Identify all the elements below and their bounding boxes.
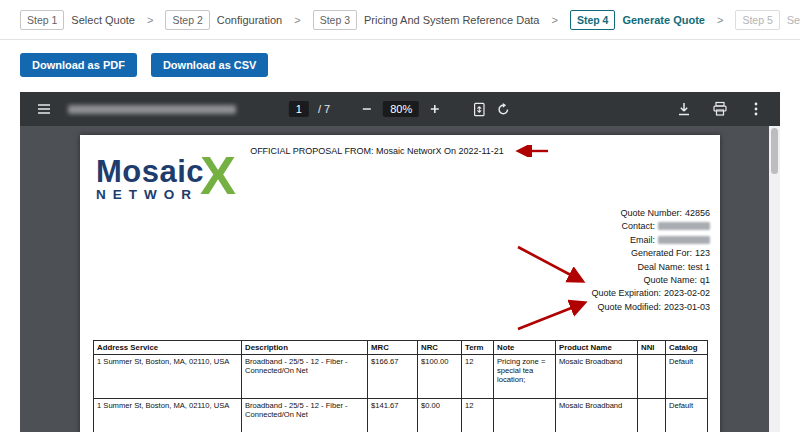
step-label: Send Quote (787, 14, 800, 26)
zoom-out-icon[interactable] (360, 102, 374, 116)
col-product-name: Product Name (556, 341, 638, 355)
document-title-redacted (68, 105, 236, 114)
step-label: Pricing And System Reference Data (364, 14, 539, 26)
cell-term: 12 (462, 399, 494, 432)
pdf-viewer: 1 / 7 80% (20, 92, 780, 432)
download-icon[interactable] (676, 101, 692, 117)
step-badge: Step 2 (165, 10, 209, 30)
cell-nni (638, 399, 666, 432)
quote-metadata: Quote Number:42856 Contact: Email: Gener… (591, 207, 710, 314)
pdf-toolbar: 1 / 7 80% (20, 92, 780, 126)
pdf-page: OFFICIAL PROPOSAL FROM: Mosaic NetworX O… (80, 135, 720, 432)
step-badge: Step 3 (313, 10, 357, 30)
print-icon[interactable] (712, 101, 728, 117)
email-redacted (658, 236, 710, 244)
step-configuration[interactable]: Step 2 Configuration (165, 10, 282, 30)
menu-icon[interactable] (36, 101, 52, 117)
cell-product: Mosaic Broadband (556, 399, 638, 432)
col-catalog: Catalog (666, 341, 708, 355)
meta-contact: Contact: (591, 220, 710, 233)
logo-subtext: NETWOR (96, 187, 276, 202)
step-select-quote[interactable]: Step 1 Select Quote (20, 10, 135, 30)
chevron-right-icon: > (551, 14, 557, 26)
mosaic-networx-logo: Mosaic X NETWOR (96, 157, 276, 202)
col-note: Note (494, 341, 556, 355)
more-options-icon[interactable] (748, 101, 764, 117)
zoom-level-value[interactable]: 80% (383, 101, 419, 117)
download-actions: Download as PDF Download as CSV (0, 40, 800, 77)
cell-term: 12 (462, 355, 494, 399)
col-nrc: NRC (418, 341, 462, 355)
download-pdf-button[interactable]: Download as PDF (20, 53, 137, 77)
download-csv-button[interactable]: Download as CSV (151, 53, 269, 77)
meta-quote-name: Quote Name:q1 (591, 274, 710, 287)
step-generate-quote[interactable]: Step 4 Generate Quote (570, 10, 705, 30)
red-arrow-modified-icon (512, 293, 600, 335)
pdf-canvas: OFFICIAL PROPOSAL FROM: Mosaic NetworX O… (20, 126, 780, 432)
cell-address: 1 Summer St, Boston, MA, 02110, USA (94, 399, 242, 432)
meta-deal-name: Deal Name:test 1 (591, 261, 710, 274)
cell-note (494, 399, 556, 432)
step-badge: Step 4 (570, 10, 616, 30)
step-badge: Step 5 (735, 10, 779, 30)
col-address-service: Address Service (94, 341, 242, 355)
chevron-right-icon: > (294, 14, 300, 26)
meta-email: Email: (591, 234, 710, 247)
logo-wordmark: Mosaic (96, 157, 276, 187)
cell-mrc: $141.67 (368, 399, 418, 432)
cell-note: Pricing zone = special tea location; (494, 355, 556, 399)
scrollbar-thumb[interactable] (771, 128, 778, 174)
cell-description: Broadband - 25/5 - 12 - Fiber - Connecte… (242, 399, 368, 432)
meta-generated-for: Generated For:123 (591, 247, 710, 260)
col-term: Term (462, 341, 494, 355)
step-label: Configuration (217, 14, 282, 26)
cell-product: Mosaic Broadband (556, 355, 638, 399)
red-arrow-header-icon (510, 145, 550, 157)
cell-nrc: $0.00 (418, 399, 462, 432)
wizard-stepper: Step 1 Select Quote > Step 2 Configurati… (0, 0, 800, 40)
meta-quote-expiration: Quote Expiration:2023-02-02 (591, 287, 710, 300)
meta-quote-number: Quote Number:42856 (591, 207, 710, 220)
table-row: 1 Summer St, Boston, MA, 02110, USA Broa… (94, 399, 708, 432)
chevron-right-icon: > (147, 14, 153, 26)
red-arrow-expiration-icon (512, 241, 596, 291)
logo-x-glyph: X (200, 148, 236, 202)
step-pricing-reference-data[interactable]: Step 3 Pricing And System Reference Data (313, 10, 540, 30)
proposal-header: OFFICIAL PROPOSAL FROM: Mosaic NetworX O… (250, 146, 504, 156)
page-count-label: / 7 (318, 103, 330, 115)
page-number-input[interactable]: 1 (289, 101, 309, 117)
chevron-right-icon: > (717, 14, 723, 26)
col-description: Description (242, 341, 368, 355)
step-send-quote[interactable]: Step 5 Send Quote (735, 10, 800, 30)
step-label: Select Quote (71, 14, 135, 26)
cell-mrc: $166.67 (368, 355, 418, 399)
step-label: Generate Quote (622, 14, 705, 26)
cell-nrc: $100.00 (418, 355, 462, 399)
cell-address: 1 Summer St, Boston, MA, 02110, USA (94, 355, 242, 399)
col-mrc: MRC (368, 341, 418, 355)
table-row: 1 Summer St, Boston, MA, 02110, USA Broa… (94, 355, 708, 399)
meta-quote-modified: Quote Modified:2023-01-03 (591, 301, 710, 314)
zoom-in-icon[interactable] (428, 102, 442, 116)
cell-description: Broadband - 25/5 - 12 - Fiber - Connecte… (242, 355, 368, 399)
step-badge: Step 1 (20, 10, 64, 30)
quote-line-items-table: Address Service Description MRC NRC Term… (93, 340, 708, 432)
cell-catalog: Default (666, 399, 708, 432)
col-nni: NNI (638, 341, 666, 355)
fit-page-icon[interactable] (472, 102, 487, 117)
table-header-row: Address Service Description MRC NRC Term… (94, 341, 708, 355)
cell-nni (638, 355, 666, 399)
viewer-scrollbar[interactable] (769, 126, 780, 432)
cell-catalog: Default (666, 355, 708, 399)
contact-redacted (658, 222, 710, 230)
rotate-icon[interactable] (496, 102, 511, 117)
